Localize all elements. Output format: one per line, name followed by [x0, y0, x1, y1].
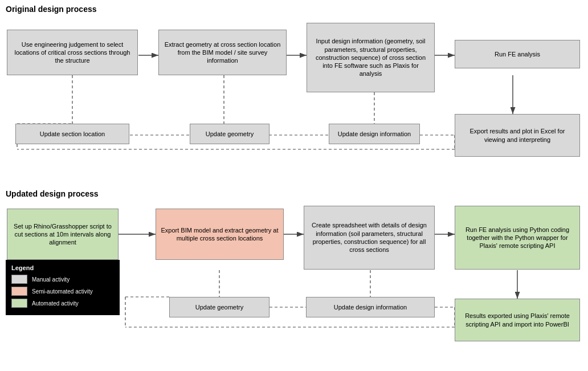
orig-box3: Input design information (geometry, soil… — [307, 23, 435, 92]
orig-process: Use engineering judgement to select loca… — [6, 18, 582, 184]
upd-box3: Create spreadsheet with details of desig… — [304, 206, 435, 270]
upd-box4: Run FE analysis using Python coding toge… — [455, 206, 580, 270]
orig-box6: Update geometry — [190, 124, 270, 144]
legend-item-semi: Semi-automated activity — [11, 287, 114, 296]
orig-box7: Update design information — [329, 124, 420, 144]
upd-title: Updated design process — [6, 189, 582, 198]
legend-label-manual: Manual activity — [32, 276, 70, 283]
upd-box7: Results exported using Plaxis' remote sc… — [455, 299, 580, 341]
legend-title: Legend — [11, 264, 114, 271]
legend-swatch-gray — [11, 275, 27, 284]
upd-box1: Set up Rhino/Grasshopper script to cut s… — [7, 209, 119, 260]
legend-swatch-salmon — [11, 287, 27, 296]
upd-box5: Update geometry — [169, 297, 270, 317]
orig-box5: Update section location — [15, 124, 129, 144]
upd-process: Legend Manual activity Semi-automated ac… — [6, 203, 582, 351]
legend-label-auto: Automated activity — [32, 300, 79, 307]
upd-box6: Update design information — [306, 297, 435, 317]
orig-box2: Extract geometry at cross section locati… — [158, 30, 287, 75]
orig-box8: Export results and plot in Excel for vie… — [455, 114, 580, 157]
legend-swatch-green — [11, 299, 27, 308]
legend-item-manual: Manual activity — [11, 275, 114, 284]
orig-box1: Use engineering judgement to select loca… — [7, 30, 138, 75]
upd-box2: Export BIM model and extract geometry at… — [156, 209, 284, 260]
legend: Legend Manual activity Semi-automated ac… — [6, 260, 120, 315]
orig-box4: Run FE analysis — [455, 40, 580, 68]
legend-item-auto: Automated activity — [11, 299, 114, 308]
legend-label-semi: Semi-automated activity — [32, 288, 93, 295]
orig-title: Original design process — [6, 5, 582, 14]
